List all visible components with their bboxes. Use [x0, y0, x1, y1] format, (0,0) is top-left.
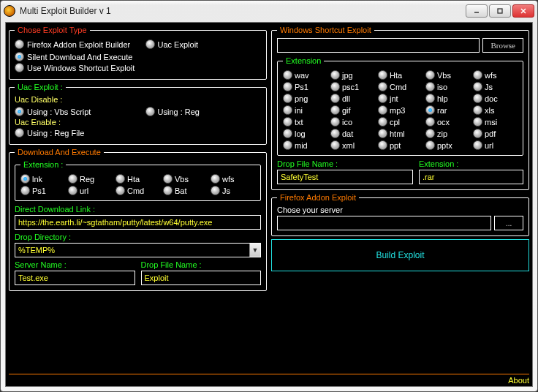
- opt-uac-regfile[interactable]: Using : Reg File: [15, 128, 261, 137]
- radio-icon: [425, 94, 435, 103]
- firefox-server-input[interactable]: [277, 216, 491, 230]
- wse-ext-xml[interactable]: xml: [330, 140, 375, 150]
- radio-icon: [473, 117, 482, 127]
- radio-icon: [283, 82, 292, 91]
- wse-ext-dat[interactable]: dat: [330, 129, 375, 138]
- wse-ext-zip[interactable]: zip: [425, 129, 470, 138]
- minimize-button[interactable]: [466, 4, 488, 18]
- radio-icon: [330, 94, 340, 103]
- about-link[interactable]: About: [508, 376, 529, 385]
- radio-icon: [283, 105, 292, 115]
- wse-ext-ocx[interactable]: ocx: [425, 117, 470, 127]
- wse-ext-jpg[interactable]: jpg: [330, 70, 375, 80]
- wse-extension-group: Extension wavjpgHtaVbswfsPs1psc1CmdisoJs…: [277, 56, 523, 156]
- wse-ext-iso[interactable]: iso: [425, 82, 470, 91]
- close-button[interactable]: [512, 4, 534, 18]
- dae-ext-url[interactable]: url: [68, 186, 113, 195]
- wse-ext-ico[interactable]: ico: [330, 117, 375, 127]
- window-title: Multi Exploit Builder v 1: [20, 6, 466, 16]
- radio-icon: [145, 107, 155, 116]
- bottom-bar: About: [9, 374, 529, 385]
- direct-download-input[interactable]: [15, 215, 261, 230]
- build-exploit-button[interactable]: Build Exploit: [376, 250, 424, 260]
- wse-ext-txt[interactable]: txt: [283, 117, 327, 127]
- wse-ext-input[interactable]: [419, 170, 523, 184]
- wse-ext-log[interactable]: log: [283, 129, 327, 138]
- wse-ext-mp3[interactable]: mp3: [378, 105, 423, 115]
- wse-ext-psc1[interactable]: psc1: [330, 82, 375, 91]
- dae-ext-ps1[interactable]: Ps1: [20, 186, 65, 195]
- dae-ext-js[interactable]: Js: [211, 186, 255, 195]
- radio-icon: [15, 52, 24, 61]
- radio-icon: [330, 129, 340, 138]
- wse-ext-mid[interactable]: mid: [283, 140, 327, 150]
- dae-ext-wfs[interactable]: wfs: [211, 174, 255, 184]
- wse-ext-hlp[interactable]: hlp: [425, 94, 470, 103]
- radio-icon: [473, 129, 482, 138]
- download-execute-group: Download And Execute Extension : lnkRegH…: [9, 148, 267, 291]
- right-column: Windows Shortcut Exploit Browse Extensio…: [271, 26, 529, 369]
- radio-icon: [473, 105, 482, 115]
- opt-uac-reg[interactable]: Using : Reg: [145, 107, 262, 116]
- maximize-button[interactable]: [489, 4, 511, 18]
- titlebar[interactable]: Multi Exploit Builder v 1: [1, 1, 537, 21]
- dae-ext-hta[interactable]: Hta: [115, 174, 160, 184]
- radio-icon: [473, 94, 482, 103]
- opt-uac-exploit[interactable]: Uac Exploit: [145, 39, 262, 49]
- opt-uac-vbs[interactable]: Using : Vbs Script: [15, 107, 131, 116]
- wse-ext-hta[interactable]: Hta: [378, 70, 423, 80]
- wse-ext-js[interactable]: Js: [473, 82, 518, 91]
- wse-ext-pdf[interactable]: pdf: [473, 129, 518, 138]
- chevron-down-icon[interactable]: ▼: [249, 244, 260, 257]
- radio-icon: [425, 70, 435, 80]
- wse-ext-url[interactable]: url: [473, 140, 518, 150]
- dae-ext-vbs[interactable]: Vbs: [163, 174, 208, 184]
- dae-ext-lnk[interactable]: lnk: [20, 174, 65, 184]
- download-execute-legend: Download And Execute: [15, 148, 104, 157]
- wse-ext-cpl[interactable]: cpl: [378, 117, 423, 127]
- wse-ext-rar[interactable]: rar: [425, 105, 470, 115]
- radio-icon: [211, 186, 220, 195]
- wse-ext-doc[interactable]: doc: [473, 94, 518, 103]
- wse-ext-html[interactable]: html: [378, 129, 423, 138]
- browse-button[interactable]: Browse: [482, 38, 523, 53]
- wse-ext-ini[interactable]: ini: [283, 105, 327, 115]
- wse-dropfile-input[interactable]: [277, 170, 413, 184]
- opt-firefox-addon[interactable]: Firefox Addon Exploit Builder: [15, 39, 131, 49]
- firefox-browse-button[interactable]: ...: [494, 216, 523, 230]
- drop-filename-input[interactable]: [141, 271, 262, 285]
- dae-ext-bat[interactable]: Bat: [163, 186, 208, 195]
- wse-ext-png[interactable]: png: [283, 94, 327, 103]
- wse-ext-jnt[interactable]: jnt: [378, 94, 423, 103]
- app-window: Multi Exploit Builder v 1 Chose Exploit …: [0, 0, 538, 392]
- opt-silent-download[interactable]: Silent Download And Execute: [15, 52, 261, 61]
- dae-ext-cmd[interactable]: Cmd: [115, 186, 160, 195]
- wse-ext-cmd[interactable]: Cmd: [378, 82, 423, 91]
- drop-dir-value[interactable]: [15, 243, 261, 257]
- radio-icon: [425, 105, 435, 115]
- left-column: Chose Exploit Type Firefox Addon Exploit…: [9, 26, 267, 369]
- wse-ext-ppt[interactable]: ppt: [378, 140, 423, 150]
- radio-icon: [330, 140, 340, 150]
- radio-icon: [283, 94, 292, 103]
- wse-ext-ps1[interactable]: Ps1: [283, 82, 327, 91]
- radio-icon: [283, 140, 292, 150]
- drop-dir-select[interactable]: ▼: [15, 243, 261, 257]
- wse-ext-gif[interactable]: gif: [330, 105, 375, 115]
- opt-windows-shortcut[interactable]: Use Windows Shortcut Exploit: [15, 63, 261, 72]
- radio-icon: [378, 140, 387, 150]
- wse-ext-dll[interactable]: dll: [330, 94, 375, 103]
- wse-ext-pptx[interactable]: pptx: [425, 140, 470, 150]
- client-area: Chose Exploit Type Firefox Addon Exploit…: [5, 22, 533, 387]
- radio-icon: [473, 140, 482, 150]
- wse-path-input[interactable]: [277, 38, 480, 53]
- wse-ext-wav[interactable]: wav: [283, 70, 327, 80]
- wse-ext-msi[interactable]: msi: [473, 117, 518, 127]
- wse-ext-xls[interactable]: xls: [473, 105, 518, 115]
- dae-ext-reg[interactable]: Reg: [68, 174, 113, 184]
- server-name-input[interactable]: [15, 271, 135, 285]
- wse-ext-wfs[interactable]: wfs: [473, 70, 518, 80]
- radio-icon: [15, 39, 24, 49]
- wse-ext-vbs[interactable]: Vbs: [425, 70, 470, 80]
- radio-icon: [115, 186, 125, 195]
